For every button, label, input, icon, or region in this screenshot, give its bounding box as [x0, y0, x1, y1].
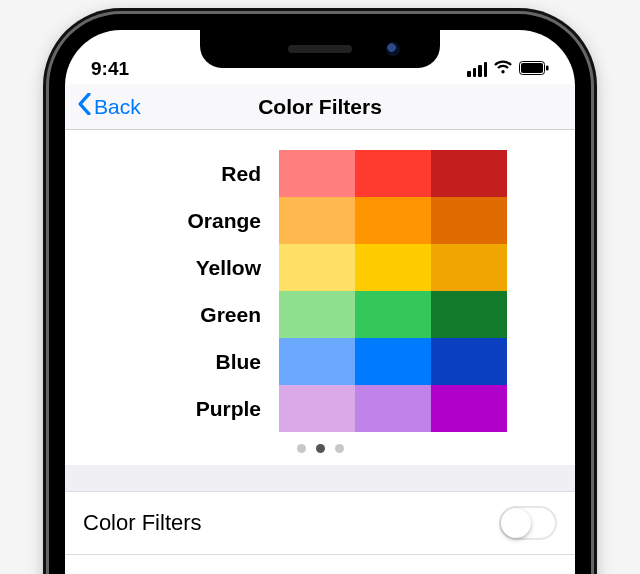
swatch-label: Yellow — [133, 256, 279, 280]
swatch-cell — [355, 150, 431, 197]
swatch-cell — [279, 385, 355, 432]
cellular-signal-icon — [467, 62, 487, 77]
swatch-cell — [431, 385, 507, 432]
page-indicator[interactable] — [65, 444, 575, 453]
swatch-cell — [355, 338, 431, 385]
phone-frame: 9:41 — [49, 14, 591, 574]
volume-up-button — [43, 226, 48, 288]
side-button — [592, 236, 597, 332]
color-filters-toggle[interactable] — [499, 506, 557, 540]
swatch-cell — [279, 291, 355, 338]
swatch-cell — [279, 150, 355, 197]
color-swatch-grid[interactable]: RedOrangeYellowGreenBluePurple — [133, 150, 507, 432]
swatch-label: Blue — [133, 350, 279, 374]
back-label: Back — [94, 95, 141, 119]
swatch-cell — [431, 197, 507, 244]
swatch-row: Green — [133, 291, 507, 338]
page-dot[interactable] — [297, 444, 306, 453]
status-time: 9:41 — [91, 58, 129, 80]
swatch-cell — [355, 197, 431, 244]
svg-rect-2 — [546, 66, 549, 71]
notch — [200, 30, 440, 68]
battery-icon — [519, 58, 549, 80]
swatch-cell — [431, 291, 507, 338]
swatch-cell — [355, 291, 431, 338]
back-button[interactable]: Back — [77, 93, 141, 120]
swatch-cell — [431, 338, 507, 385]
swatch-row: Orange — [133, 197, 507, 244]
swatch-label: Orange — [133, 209, 279, 233]
swatch-label: Red — [133, 162, 279, 186]
front-camera — [386, 42, 400, 56]
swatch-row: Yellow — [133, 244, 507, 291]
screen: 9:41 — [65, 30, 575, 574]
wifi-icon — [493, 58, 513, 80]
page-dot[interactable] — [316, 444, 325, 453]
swatch-cell — [431, 244, 507, 291]
svg-rect-1 — [521, 63, 543, 73]
swatch-row: Purple — [133, 385, 507, 432]
swatch-cell — [355, 385, 431, 432]
swatch-cell — [279, 197, 355, 244]
swatch-cell — [279, 244, 355, 291]
swatch-cell — [279, 338, 355, 385]
content: RedOrangeYellowGreenBluePurple Color Fil… — [65, 130, 575, 555]
swatch-label: Green — [133, 303, 279, 327]
nav-bar: Back Color Filters — [65, 84, 575, 130]
volume-down-button — [43, 300, 48, 362]
speaker-grille — [288, 45, 352, 53]
color-preview-card: RedOrangeYellowGreenBluePurple — [65, 130, 575, 465]
swatch-cell — [355, 244, 431, 291]
toggle-knob — [501, 508, 531, 538]
swatch-cell — [431, 150, 507, 197]
color-filters-toggle-label: Color Filters — [83, 510, 202, 536]
chevron-left-icon — [77, 93, 92, 120]
swatch-row: Red — [133, 150, 507, 197]
page-title: Color Filters — [65, 95, 575, 119]
page-dot[interactable] — [335, 444, 344, 453]
swatch-row: Blue — [133, 338, 507, 385]
color-filters-toggle-row: Color Filters — [65, 491, 575, 555]
swatch-label: Purple — [133, 397, 279, 421]
mute-switch — [43, 170, 48, 204]
